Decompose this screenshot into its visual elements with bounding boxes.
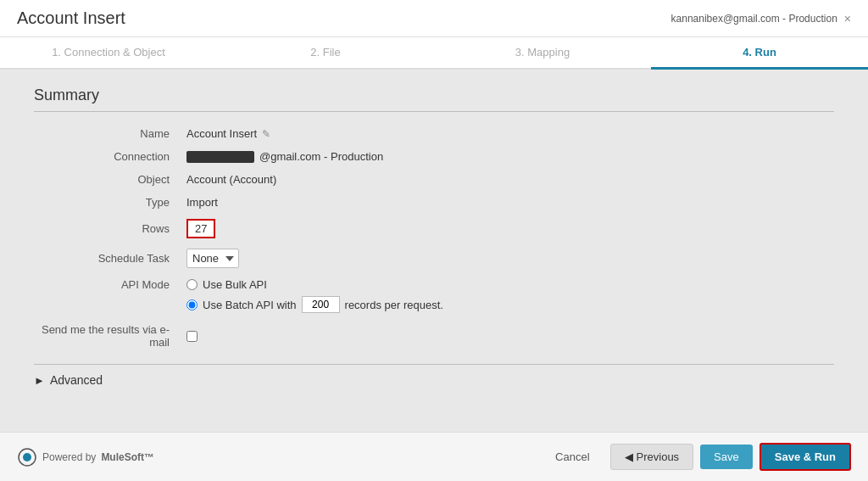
step-run[interactable]: 4. Run [651,37,868,70]
steps-navigation: 1. Connection & Object 2. File 3. Mappin… [0,37,868,70]
powered-by-text: Powered by [42,451,96,463]
advanced-section: ► Advanced [34,364,834,387]
rows-count: 27 [186,219,215,238]
previous-button[interactable]: ◀ Previous [610,444,694,470]
edit-name-icon[interactable]: ✎ [262,128,270,140]
email-row: Send me the results via e-mail [34,318,834,354]
type-row: Type Import [34,191,834,214]
footer-brand: Powered by MuleSoft™ [17,447,154,467]
main-content: Summary Name Account Insert ✎ Connection… [0,70,868,432]
advanced-arrow-icon: ► [34,374,45,387]
email-checkbox[interactable] [186,331,198,342]
object-value: Account (Account) [186,173,276,186]
mulesoft-logo-icon [17,447,37,467]
schedule-row: Schedule Task None [34,243,834,273]
batch-records-input[interactable] [302,296,340,313]
save-button[interactable]: Save [700,445,753,469]
cancel-button[interactable]: Cancel [542,445,603,469]
schedule-value: None [186,249,239,268]
name-row: Name Account Insert ✎ [34,122,834,145]
email-checkbox-item [186,331,198,342]
api-mode-radio-group: Use Bulk API Use Batch API with records … [186,278,443,313]
object-label: Object [34,173,186,186]
object-row: Object Account (Account) [34,168,834,191]
footer: Powered by MuleSoft™ Cancel ◀ Previous S… [0,432,868,481]
connection-masked [186,151,254,163]
previous-arrow-icon: ◀ [625,450,633,463]
svg-point-1 [23,453,31,461]
schedule-select[interactable]: None [186,249,239,268]
user-info: kannanibex@gmail.com - Production × [671,12,851,25]
brand-name: MuleSoft™ [101,451,154,463]
footer-actions: Cancel ◀ Previous Save Save & Run [542,443,851,471]
rows-value: 27 [186,219,215,238]
connection-suffix: @gmail.com - Production [259,150,383,163]
connection-row: Connection @gmail.com - Production [34,145,834,168]
type-value: Import [186,196,218,209]
type-label: Type [34,196,186,209]
batch-api-option: Use Batch API with records per request. [186,296,443,313]
batch-api-label: Use Batch API with [203,299,297,311]
connection-label: Connection [34,150,186,163]
api-mode-label: API Mode [34,278,186,291]
page-title: Account Insert [17,8,125,28]
email-checkbox-container [186,331,198,342]
bulk-api-label: Use Bulk API [203,278,267,291]
name-value: Account Insert ✎ [186,127,270,140]
connection-value: @gmail.com - Production [186,150,383,163]
name-label: Name [34,127,186,140]
rows-row: Rows 27 [34,214,834,243]
api-mode-options: Use Bulk API Use Batch API with records … [186,278,443,313]
schedule-label: Schedule Task [34,252,186,265]
save-run-button[interactable]: Save & Run [760,443,851,471]
bulk-api-option: Use Bulk API [186,278,443,291]
close-button[interactable]: × [844,12,851,25]
email-label: Send me the results via e-mail [34,323,186,349]
step-mapping[interactable]: 3. Mapping [434,37,651,70]
batch-api-radio[interactable] [186,299,198,310]
step-connection-object[interactable]: 1. Connection & Object [0,37,217,70]
bulk-api-radio[interactable] [186,279,198,290]
batch-api-suffix: records per request. [345,299,443,311]
advanced-label: Advanced [50,373,103,387]
user-email: kannanibex@gmail.com - Production [671,13,837,25]
app-header: Account Insert kannanibex@gmail.com - Pr… [0,0,868,37]
summary-title: Summary [34,87,834,112]
step-file[interactable]: 2. File [217,37,434,70]
api-mode-row: API Mode Use Bulk API Use Batch API with… [34,273,834,318]
rows-label: Rows [34,222,186,235]
advanced-toggle[interactable]: ► Advanced [34,373,834,387]
summary-section: Summary Name Account Insert ✎ Connection… [34,87,834,387]
